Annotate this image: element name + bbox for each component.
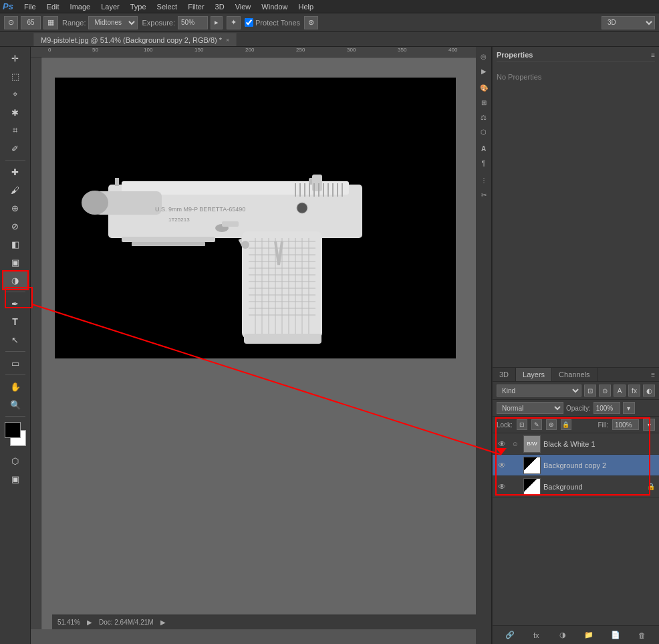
- vert-btn-7[interactable]: A: [477, 142, 491, 155]
- menu-filter[interactable]: Filter: [182, 1, 209, 12]
- vert-btn-8[interactable]: ¶: [477, 156, 491, 170]
- delete-layer-btn[interactable]: 🗑: [635, 629, 648, 642]
- quick-select-tool[interactable]: ✱: [3, 104, 27, 121]
- new-layer-btn[interactable]: 📄: [609, 629, 622, 642]
- filter-icon-1[interactable]: ⊡: [584, 385, 596, 397]
- kind-select[interactable]: Kind: [497, 385, 581, 397]
- lock-image-btn[interactable]: ✎: [531, 419, 542, 430]
- lock-position-btn[interactable]: ⊕: [546, 419, 557, 430]
- tab-layers[interactable]: Layers: [516, 368, 552, 381]
- layer-name-bg-copy2: Background copy 2: [543, 461, 655, 469]
- vert-btn-5[interactable]: ⚖: [477, 110, 491, 124]
- layer-item-bg-copy2[interactable]: 👁 Background copy 2: [493, 455, 659, 476]
- menu-layer[interactable]: Layer: [96, 1, 125, 12]
- tab-3d[interactable]: 3D: [493, 368, 516, 381]
- exposure-input[interactable]: [178, 16, 208, 29]
- layer-name-bw: Black & White 1: [543, 440, 655, 448]
- menu-view[interactable]: View: [230, 1, 257, 12]
- lock-transparent-btn[interactable]: ⊡: [517, 419, 527, 430]
- zoom-tool[interactable]: 🔍: [3, 396, 27, 413]
- tab-close-btn[interactable]: ×: [226, 37, 229, 43]
- canvas-area[interactable]: 0 50 100 150 200 250 300 350 400: [31, 47, 476, 644]
- vert-btn-9[interactable]: ⋮: [477, 173, 491, 187]
- layers-menu-icon[interactable]: ≡: [651, 371, 655, 379]
- vert-btn-1[interactable]: ◎: [477, 49, 491, 63]
- tab-channels[interactable]: Channels: [552, 368, 597, 381]
- layer-visibility-bg[interactable]: 👁: [497, 481, 507, 492]
- history-tool[interactable]: ⊘: [3, 217, 27, 235]
- filter-icon-4[interactable]: fx: [628, 385, 640, 397]
- new-group-btn[interactable]: 📁: [582, 629, 596, 642]
- marquee-tool[interactable]: ⬚: [3, 68, 27, 85]
- layer-effects-btn[interactable]: fx: [529, 629, 543, 642]
- filter-icon-5[interactable]: ◐: [643, 385, 655, 397]
- properties-panel: Properties ≡ No Properties: [493, 47, 659, 368]
- vert-btn-3[interactable]: 🎨: [477, 81, 491, 94]
- document-canvas[interactable]: U.S. 9mm M9-P BERETTA-65490 1T25213: [55, 78, 456, 358]
- layer-visibility-bg-copy2[interactable]: 👁: [497, 460, 507, 471]
- status-arrow[interactable]: ▶: [87, 619, 92, 626]
- layer-item-bw[interactable]: 👁 ⊙ B/W Black & White 1: [493, 433, 659, 455]
- menu-help[interactable]: Help: [293, 1, 319, 12]
- clone-tool[interactable]: ⊕: [3, 199, 27, 217]
- menu-file[interactable]: File: [19, 1, 41, 12]
- shape-tool[interactable]: ▭: [3, 354, 27, 372]
- set-target-btn[interactable]: ⊛: [304, 16, 318, 29]
- airbrush-btn[interactable]: ✦: [227, 16, 241, 29]
- menu-type[interactable]: Type: [125, 1, 152, 12]
- opacity-arrow[interactable]: ▾: [623, 402, 635, 414]
- eyedropper-tool[interactable]: ✐: [3, 140, 27, 157]
- vert-btn-2[interactable]: ▶: [477, 64, 491, 78]
- menu-window[interactable]: Window: [256, 1, 293, 12]
- range-select[interactable]: Midtones Shadows Highlights: [88, 16, 138, 29]
- type-tool[interactable]: T: [3, 313, 27, 330]
- quick-mask-tool[interactable]: ⬡: [3, 452, 27, 469]
- link-layers-btn[interactable]: 🔗: [503, 629, 517, 642]
- brush-preset-picker[interactable]: ⊙: [4, 16, 18, 29]
- pen-tool[interactable]: ✒: [3, 295, 27, 312]
- dodge-tool[interactable]: ◑: [3, 272, 27, 289]
- document-tab[interactable]: M9-pistolet.jpg @ 51.4% (Background copy…: [33, 33, 237, 46]
- eraser-tool[interactable]: ◧: [3, 235, 27, 253]
- filter-icon-2[interactable]: ⊙: [599, 385, 611, 397]
- brush-options-btn[interactable]: ▦: [43, 16, 58, 29]
- move-tool[interactable]: ✛: [3, 49, 27, 67]
- canvas-content[interactable]: U.S. 9mm M9-P BERETTA-65490 1T25213: [41, 58, 476, 629]
- menu-3d[interactable]: 3D: [210, 1, 230, 12]
- workspace-select[interactable]: 3D: [602, 16, 655, 29]
- brush-preset-group: ⊙ ▦: [4, 16, 58, 29]
- layers-filter-bar: Kind ⊡ ⊙ A fx ◐: [493, 382, 659, 400]
- filter-icon-3[interactable]: A: [614, 385, 626, 397]
- status-arrow-2[interactable]: ▶: [160, 619, 166, 626]
- lock-all-btn[interactable]: 🔒: [561, 419, 571, 430]
- gradient-tool[interactable]: ▣: [3, 253, 27, 271]
- layer-item-bg[interactable]: 👁 Background 🔒: [493, 476, 659, 498]
- path-select-tool[interactable]: ↖: [3, 331, 27, 348]
- screen-mode-tool[interactable]: ▣: [3, 470, 27, 488]
- fill-arrow[interactable]: ▾: [643, 419, 655, 431]
- healing-tool[interactable]: ✚: [3, 163, 27, 181]
- opacity-input[interactable]: [594, 402, 620, 414]
- menu-image[interactable]: Image: [65, 1, 96, 12]
- blend-mode-select[interactable]: Normal: [497, 402, 563, 414]
- layer-visibility-bw[interactable]: 👁: [497, 439, 507, 449]
- protect-tones-checkbox[interactable]: [245, 18, 253, 27]
- menu-edit[interactable]: Edit: [41, 1, 65, 12]
- brush-size-input[interactable]: [21, 16, 41, 29]
- app-logo: Ps: [3, 1, 13, 11]
- brush-tool[interactable]: 🖌: [3, 181, 27, 199]
- color-swatch[interactable]: [3, 422, 27, 446]
- fill-input[interactable]: [612, 419, 639, 430]
- vert-btn-10[interactable]: ✂: [477, 188, 491, 201]
- lasso-tool[interactable]: ⌖: [3, 86, 27, 103]
- properties-menu-icon[interactable]: ≡: [651, 51, 655, 59]
- foreground-color[interactable]: [5, 422, 21, 438]
- vert-btn-4[interactable]: ⊞: [477, 96, 491, 109]
- menu-select[interactable]: Select: [152, 1, 183, 12]
- hand-tool[interactable]: ✋: [3, 378, 27, 395]
- exposure-options-btn[interactable]: ▸: [211, 16, 223, 29]
- lock-label: Lock:: [497, 421, 513, 429]
- vert-btn-6[interactable]: ⬡: [477, 125, 491, 138]
- crop-tool[interactable]: ⌗: [3, 122, 27, 139]
- layer-mask-btn[interactable]: ◑: [556, 629, 569, 642]
